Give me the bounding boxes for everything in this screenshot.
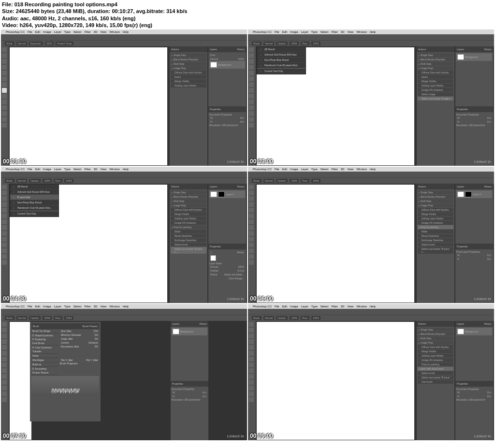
- canvas[interactable]: [10, 322, 31, 440]
- app-menubar[interactable]: [1, 34, 247, 40]
- frame-2: Photoshop CCFileEditImageLayerTypeSelect…: [248, 29, 494, 166]
- options-bar[interactable]: Mode:NormalExposure:100%Protect Tones: [1, 40, 247, 46]
- toolbar[interactable]: [1, 321, 9, 440]
- preset-dropdown[interactable]: 2B Pencil Airbrush Soft Round 50% flow N…: [257, 46, 306, 74]
- actions-panel[interactable]: Actions Single Step Blend Modes (Popular…: [417, 46, 454, 166]
- layers-panel[interactable]: LayersHistory Background Properties Docu…: [455, 321, 493, 440]
- preset-dropdown[interactable]: 2B Pencil Airbrush Soft Round 50% flow B…: [10, 184, 59, 217]
- toolbar[interactable]: [1, 46, 9, 166]
- linkedin-watermark: Linked in: [227, 159, 244, 164]
- actions-panel[interactable]: Actions Single Step Blend Modes (Popular…: [417, 184, 454, 303]
- frame-6: Photoshop CCFileEditImageLayerTypeSelect…: [248, 304, 494, 440]
- layers-panel[interactable]: LayersHistory Background Properties Docu…: [171, 321, 208, 440]
- actions-panel[interactable]: Actions Single Step Blend Modes (Popular…: [417, 321, 454, 440]
- toolbar[interactable]: [248, 46, 256, 166]
- actions-panel[interactable]: Actions Single Step Blend Modes (Popular…: [170, 184, 207, 303]
- layers-panel[interactable]: LayersHistory Layer 0 Properties ◻Masks …: [208, 184, 246, 303]
- frame-5: Photoshop CCFileEditImageLayerTypeSelect…: [1, 304, 247, 440]
- frame-3: Photoshop CCFileEditImageLayerTypeSelect…: [1, 167, 247, 303]
- mac-menubar: Photoshop CCFileEditImageLayerTypeSelect…: [1, 29, 247, 34]
- toolbar[interactable]: [248, 321, 256, 440]
- canvas[interactable]: [257, 185, 414, 303]
- thumbnail-grid: Photoshop CCFileEditImageLayerTypeSelect…: [0, 29, 495, 440]
- layers-panel[interactable]: LayersHistory Background Properties Docu…: [455, 46, 493, 166]
- layers-panel[interactable]: LayersHistory Kind Normal100% Background…: [208, 46, 246, 166]
- brush-preview: [31, 376, 99, 393]
- actions-panel[interactable]: Actions Single Step Blend Modes (Popular…: [170, 46, 207, 166]
- timestamp: 00:01:30: [3, 158, 26, 165]
- toolbar[interactable]: [248, 184, 256, 303]
- frame-4: Photoshop CCFileEditImageLayerTypeSelect…: [248, 167, 494, 303]
- layers-panel[interactable]: LayersHistory Layer 0 Properties Pixel L…: [455, 184, 493, 303]
- toolbar[interactable]: [1, 184, 9, 303]
- brush-settings-panel[interactable]: BrushBrush Presets Brush Tip Shape Shape…: [30, 322, 101, 421]
- frame-1: Photoshop CCFileEditImageLayerTypeSelect…: [1, 29, 247, 166]
- file-info: File: 018 Recording painting tool option…: [0, 0, 495, 29]
- canvas[interactable]: [10, 47, 167, 165]
- canvas[interactable]: [257, 322, 414, 440]
